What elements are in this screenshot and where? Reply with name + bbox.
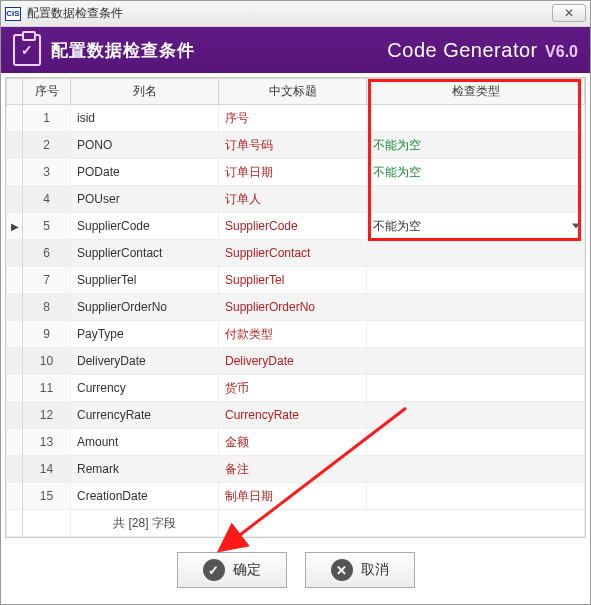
- cell-index: 13: [23, 429, 71, 456]
- cell-index: 5: [23, 213, 71, 240]
- row-header: [7, 294, 23, 321]
- row-header: [7, 483, 23, 510]
- cell-col-name: DeliveryDate: [71, 348, 219, 375]
- col-cn-title[interactable]: 中文标题: [219, 79, 367, 105]
- cell-check-type[interactable]: [367, 240, 585, 267]
- cell-check-type-value: 不能为空: [373, 219, 421, 233]
- cell-check-type[interactable]: 不能为空: [367, 159, 585, 186]
- cell-index: 9: [23, 321, 71, 348]
- table-row[interactable]: ▶5SupplierCodeSupplierCode不能为空: [7, 213, 585, 240]
- row-header: [7, 186, 23, 213]
- cell-cn-title: 金额: [219, 429, 367, 456]
- cell-col-name: PayType: [71, 321, 219, 348]
- row-header: [7, 159, 23, 186]
- cell-col-name: PODate: [71, 159, 219, 186]
- table-row[interactable]: 7SupplierTelSupplierTel: [7, 267, 585, 294]
- clipboard-check-icon: [13, 34, 41, 66]
- cell-cn-title: 订单号码: [219, 132, 367, 159]
- col-check-type[interactable]: 检查类型: [367, 79, 585, 105]
- cell-col-name: CreationDate: [71, 483, 219, 510]
- row-header: [7, 429, 23, 456]
- cell-check-type[interactable]: [367, 348, 585, 375]
- check-type-dropdown[interactable]: 不能为空: [367, 213, 585, 240]
- banner-brand-wrap: Code Generator V6.0: [387, 39, 578, 62]
- cell-check-type[interactable]: [367, 402, 585, 429]
- cell-check-type[interactable]: [367, 294, 585, 321]
- cell-cn-title: DeliveryDate: [219, 348, 367, 375]
- table-row[interactable]: 15CreationDate制单日期: [7, 483, 585, 510]
- col-index[interactable]: 序号: [23, 79, 71, 105]
- cell-check-type[interactable]: [367, 456, 585, 483]
- close-button[interactable]: ✕: [552, 4, 586, 22]
- cell-index: 2: [23, 132, 71, 159]
- ok-button-label: 确定: [233, 561, 261, 579]
- table-row[interactable]: 12CurrencyRateCurrencyRate: [7, 402, 585, 429]
- col-name[interactable]: 列名: [71, 79, 219, 105]
- cell-cn-title: SupplierContact: [219, 240, 367, 267]
- cell-check-type[interactable]: [367, 186, 585, 213]
- button-row: ✓ 确定 ✕ 取消: [5, 538, 586, 598]
- cell-index: 15: [23, 483, 71, 510]
- cell-col-name: isid: [71, 105, 219, 132]
- table-row[interactable]: 2PONO订单号码不能为空: [7, 132, 585, 159]
- row-header: [7, 105, 23, 132]
- cancel-button[interactable]: ✕ 取消: [305, 552, 415, 588]
- cell-index: 7: [23, 267, 71, 294]
- cell-check-type[interactable]: [367, 483, 585, 510]
- cell-index: 4: [23, 186, 71, 213]
- row-header: [7, 267, 23, 294]
- footer-empty: [219, 510, 585, 537]
- table-row[interactable]: 1isid序号: [7, 105, 585, 132]
- cell-check-type[interactable]: [367, 105, 585, 132]
- cell-col-name: CurrencyRate: [71, 402, 219, 429]
- cell-cn-title: SupplierOrderNo: [219, 294, 367, 321]
- cell-check-type[interactable]: [367, 429, 585, 456]
- row-header: [7, 240, 23, 267]
- table-row[interactable]: 3PODate订单日期不能为空: [7, 159, 585, 186]
- table-row[interactable]: 13Amount金额: [7, 429, 585, 456]
- row-header: [7, 321, 23, 348]
- banner: 配置数据检查条件 Code Generator V6.0: [1, 27, 590, 73]
- cell-index: 3: [23, 159, 71, 186]
- cell-index: 14: [23, 456, 71, 483]
- cell-index: 10: [23, 348, 71, 375]
- row-header: [7, 510, 23, 537]
- cell-check-type[interactable]: [367, 267, 585, 294]
- table-row[interactable]: 8SupplierOrderNoSupplierOrderNo: [7, 294, 585, 321]
- table-row[interactable]: 4POUser订单人: [7, 186, 585, 213]
- cell-cn-title: CurrencyRate: [219, 402, 367, 429]
- footer-empty: [23, 510, 71, 537]
- cancel-button-label: 取消: [361, 561, 389, 579]
- cell-cn-title: SupplierCode: [219, 213, 367, 240]
- cell-col-name: PONO: [71, 132, 219, 159]
- content-area: 序号 列名 中文标题 检查类型 1isid序号2PONO订单号码不能为空3POD…: [1, 73, 590, 604]
- cell-cn-title: 付款类型: [219, 321, 367, 348]
- row-header: [7, 132, 23, 159]
- cell-cn-title: 制单日期: [219, 483, 367, 510]
- cell-index: 8: [23, 294, 71, 321]
- titlebar: CIS 配置数据检查条件 ✕: [1, 1, 590, 27]
- cell-index: 1: [23, 105, 71, 132]
- cell-col-name: POUser: [71, 186, 219, 213]
- data-table: 序号 列名 中文标题 检查类型 1isid序号2PONO订单号码不能为空3POD…: [6, 78, 585, 537]
- app-icon: CIS: [5, 7, 21, 21]
- x-icon: ✕: [331, 559, 353, 581]
- row-header: [7, 402, 23, 429]
- cell-col-name: SupplierOrderNo: [71, 294, 219, 321]
- banner-brand: Code Generator: [387, 39, 537, 61]
- grid: 序号 列名 中文标题 检查类型 1isid序号2PONO订单号码不能为空3POD…: [5, 77, 586, 538]
- table-row[interactable]: 6SupplierContactSupplierContact: [7, 240, 585, 267]
- check-icon: ✓: [203, 559, 225, 581]
- table-row[interactable]: 14Remark备注: [7, 456, 585, 483]
- table-row[interactable]: 10DeliveryDateDeliveryDate: [7, 348, 585, 375]
- table-row[interactable]: 9PayType付款类型: [7, 321, 585, 348]
- table-footer: 共 [28] 字段: [7, 510, 585, 537]
- cell-check-type[interactable]: [367, 321, 585, 348]
- ok-button[interactable]: ✓ 确定: [177, 552, 287, 588]
- cell-check-type[interactable]: 不能为空: [367, 132, 585, 159]
- cell-col-name: SupplierTel: [71, 267, 219, 294]
- table-row[interactable]: 11Currency货币: [7, 375, 585, 402]
- cell-check-type[interactable]: [367, 375, 585, 402]
- banner-version: V6.0: [545, 43, 578, 60]
- cell-cn-title: SupplierTel: [219, 267, 367, 294]
